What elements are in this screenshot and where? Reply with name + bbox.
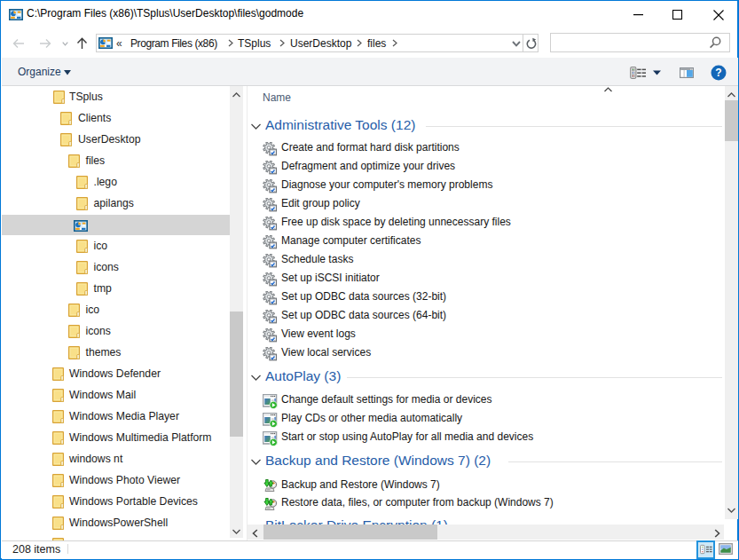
svg-text:?: ? [715, 67, 721, 79]
